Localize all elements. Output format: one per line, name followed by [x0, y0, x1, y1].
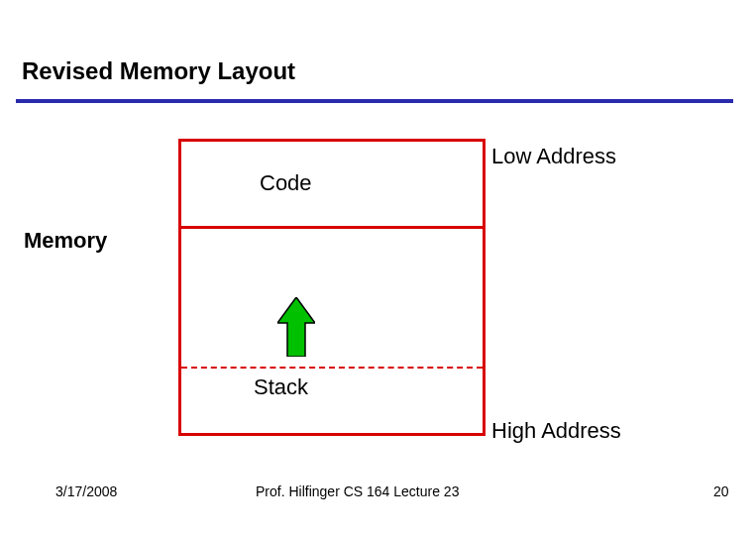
code-divider — [181, 226, 483, 229]
title-underline — [16, 99, 733, 103]
up-arrow-icon — [277, 297, 315, 357]
stack-label: Stack — [254, 374, 308, 400]
stack-divider — [181, 367, 483, 369]
memory-box — [178, 139, 486, 436]
memory-label: Memory — [24, 228, 107, 254]
low-address-label: Low Address — [491, 144, 616, 169]
code-label: Code — [260, 170, 312, 196]
slide-title: Revised Memory Layout — [22, 57, 295, 85]
high-address-label: High Address — [491, 418, 621, 444]
svg-marker-0 — [277, 297, 315, 357]
footer-page-number: 20 — [713, 483, 729, 499]
footer-center: Prof. Hilfinger CS 164 Lecture 23 — [256, 483, 459, 499]
footer-date: 3/17/2008 — [55, 483, 117, 499]
